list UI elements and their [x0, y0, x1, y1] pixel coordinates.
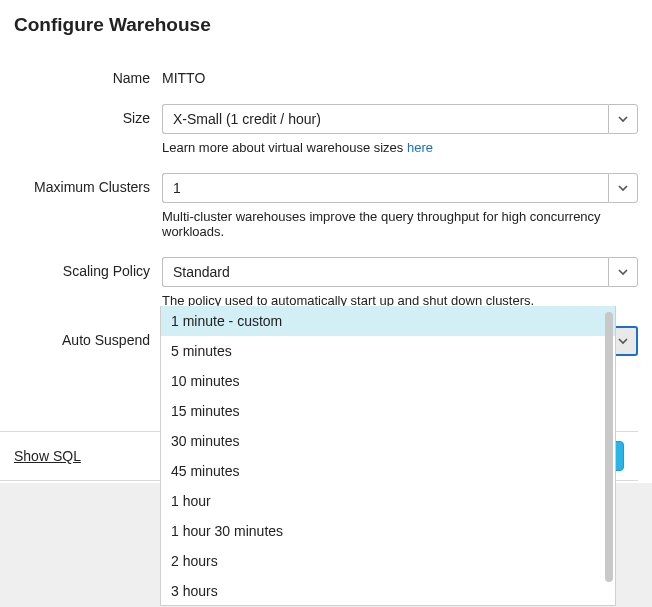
auto-suspend-option[interactable]: 45 minutes — [161, 456, 615, 486]
scaling-policy-select[interactable]: Standard — [162, 257, 638, 287]
label-name: Name — [14, 64, 162, 86]
size-select-value: X-Small (1 credit / hour) — [162, 104, 608, 134]
max-clusters-select[interactable]: 1 — [162, 173, 638, 203]
auto-suspend-option[interactable]: 1 hour — [161, 486, 615, 516]
label-max-clusters: Maximum Clusters — [14, 173, 162, 195]
size-select[interactable]: X-Small (1 credit / hour) — [162, 104, 638, 134]
size-help-link[interactable]: here — [407, 140, 433, 155]
show-sql-link[interactable]: Show SQL — [14, 448, 81, 464]
helper-size: Learn more about virtual warehouse sizes… — [162, 140, 638, 155]
dropdown-scrollbar-thumb[interactable] — [605, 312, 613, 582]
dialog-title: Configure Warehouse — [0, 0, 652, 42]
label-scaling-policy: Scaling Policy — [14, 257, 162, 279]
scaling-policy-button[interactable] — [608, 257, 638, 287]
auto-suspend-dropdown: 1 minute - custom5 minutes10 minutes15 m… — [160, 306, 616, 606]
row-size: Size X-Small (1 credit / hour) Learn mor… — [14, 104, 638, 155]
auto-suspend-option[interactable]: 2 hours — [161, 546, 615, 576]
chevron-down-icon — [617, 182, 629, 194]
helper-max-clusters: Multi-cluster warehouses improve the que… — [162, 209, 638, 239]
value-name: MITTO — [162, 64, 638, 86]
auto-suspend-option[interactable]: 30 minutes — [161, 426, 615, 456]
auto-suspend-option[interactable]: 10 minutes — [161, 366, 615, 396]
chevron-down-icon — [617, 266, 629, 278]
label-size: Size — [14, 104, 162, 126]
max-clusters-value: 1 — [162, 173, 608, 203]
auto-suspend-option[interactable]: 1 hour 30 minutes — [161, 516, 615, 546]
row-scaling-policy: Scaling Policy Standard The policy used … — [14, 257, 638, 308]
size-select-button[interactable] — [608, 104, 638, 134]
row-name: Name MITTO — [14, 64, 638, 86]
max-clusters-button[interactable] — [608, 173, 638, 203]
dropdown-scrollbar[interactable] — [605, 312, 613, 590]
auto-suspend-option[interactable]: 15 minutes — [161, 396, 615, 426]
chevron-down-icon — [617, 113, 629, 125]
row-max-clusters: Maximum Clusters 1 Multi-cluster warehou… — [14, 173, 638, 239]
auto-suspend-option[interactable]: 1 minute - custom — [161, 306, 615, 336]
auto-suspend-option[interactable]: 5 minutes — [161, 336, 615, 366]
scaling-policy-value: Standard — [162, 257, 608, 287]
chevron-down-icon — [617, 335, 629, 347]
auto-suspend-option[interactable]: 3 hours — [161, 576, 615, 606]
label-auto-suspend: Auto Suspend — [14, 326, 162, 348]
